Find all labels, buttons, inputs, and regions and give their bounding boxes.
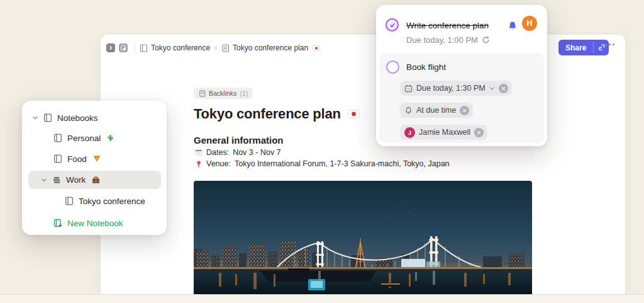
pizza-icon [93, 155, 101, 163]
page-title[interactable]: Tokyo conference plan [194, 106, 360, 122]
section-heading[interactable]: General information [194, 135, 284, 146]
dates-value: Nov 3 - Nov 7 [233, 148, 280, 157]
remove-reminder-button[interactable] [460, 106, 469, 115]
sidebar-item-tokyo-conference[interactable]: Tokyo conference [22, 193, 167, 209]
cactus-icon [107, 134, 114, 142]
notebook-stack-icon [52, 176, 61, 185]
task-chips: Due today, 1:30 PM At due time [400, 81, 512, 140]
share-button[interactable]: Share [558, 40, 593, 55]
chevron-down-icon[interactable] [32, 115, 38, 121]
panels-icon [121, 45, 126, 50]
notebook-icon [43, 113, 52, 122]
toolbar-divider [135, 42, 135, 54]
chevron-down-icon[interactable] [41, 177, 47, 183]
personal-label: Personal [67, 134, 101, 143]
breadcrumb: Tokyo conference › Tokyo conference plan [140, 42, 320, 54]
tokyo-bridge-photo[interactable] [194, 181, 532, 294]
pushpin-emoji-icon [195, 160, 203, 168]
due-date-chip[interactable]: Due today, 1:30 PM [400, 81, 512, 96]
notebooks-panel: Notebooks Personal Food [22, 101, 167, 235]
reminder-chip[interactable]: At due time [400, 103, 473, 118]
sidebar-item-notebooks[interactable]: Notebooks [22, 110, 167, 126]
calendar-emoji-icon [195, 149, 203, 156]
reminder-chip-label: At due time [416, 106, 456, 115]
reminder-bell-icon[interactable] [508, 21, 517, 30]
bell-outline-icon [404, 106, 413, 115]
venue-label: Venue: [206, 159, 231, 168]
breadcrumb-notebook[interactable]: Tokyo conference [140, 43, 210, 52]
panels-toggle-button[interactable] [119, 43, 128, 52]
page-title-text: Tokyo conference plan [194, 106, 341, 122]
japan-flag-icon [313, 45, 320, 51]
assignee-chip-label: Jamie Maxwell [419, 128, 470, 137]
calendar-icon [404, 84, 413, 93]
assignee-avatar[interactable]: H [522, 16, 537, 31]
new-notebook-button[interactable]: New Notebook [22, 215, 167, 231]
link-icon [597, 43, 606, 52]
completed-task-due-text: Due today, 1:00 PM [406, 35, 478, 45]
repeat-icon [482, 36, 490, 44]
more-options-button[interactable] [605, 43, 614, 45]
remove-due-date-button[interactable] [499, 84, 508, 93]
chevron-down-icon[interactable] [489, 86, 495, 91]
notebook-icon [140, 44, 148, 52]
active-task-section: Book flight Due today, 1:30 PM [379, 53, 544, 143]
task-completed-checkbox[interactable] [386, 18, 399, 31]
venue-line[interactable]: Venue: Tokyo International Forum, 1-7-3 … [194, 159, 450, 168]
notebook-icon [65, 197, 74, 205]
tokyo-conference-label: Tokyo conference [79, 197, 145, 206]
task-checkbox[interactable] [386, 60, 399, 74]
assignee-chip[interactable]: J Jamie Maxwell [400, 125, 487, 140]
breadcrumb-level2-label: Tokyo conference plan [233, 43, 308, 52]
backlinks-label: Backlinks [209, 89, 236, 97]
japan-flag-icon [348, 110, 360, 118]
app-page: Tokyo conference › Tokyo conference plan… [0, 0, 644, 303]
sidebar-item-food[interactable]: Food [22, 151, 167, 167]
bottom-bar [0, 294, 644, 303]
sidebar-item-work[interactable]: Work [28, 171, 161, 189]
share-button-group: Share [558, 40, 609, 55]
copy-link-button[interactable] [594, 40, 609, 55]
food-label: Food [67, 154, 87, 164]
breadcrumb-page[interactable]: Tokyo conference plan [221, 43, 320, 52]
active-task-title[interactable]: Book flight [406, 62, 446, 72]
sidebar-toggle-button[interactable] [106, 43, 115, 52]
completed-task-due[interactable]: Due today, 1:00 PM [406, 35, 490, 45]
new-notebook-label: New Notebook [67, 219, 123, 228]
venue-value: Tokyo International Forum, 1-7-3 Sakura-… [235, 159, 450, 168]
breadcrumb-separator: › [214, 43, 217, 52]
backlink-page-icon [199, 90, 206, 97]
dates-line[interactable]: Dates: Nov 3 - Nov 7 [194, 148, 281, 157]
work-label: Work [66, 175, 86, 185]
notebook-icon [53, 134, 62, 142]
completed-task-title[interactable]: Write conference plan [406, 21, 489, 30]
remove-assignee-button[interactable] [474, 128, 484, 137]
sidebar-item-personal[interactable]: Personal [22, 130, 167, 146]
breadcrumb-level1-label: Tokyo conference [151, 43, 210, 52]
task-popup: Write conference plan H Due today, 1:00 … [376, 5, 547, 146]
briefcase-icon [92, 176, 100, 184]
due-date-chip-label: Due today, 1:30 PM [416, 84, 486, 93]
notebooks-header-label: Notebooks [57, 113, 98, 123]
notebook-icon [53, 154, 62, 163]
assignee-avatar: J [404, 127, 415, 138]
dates-label: Dates: [206, 148, 229, 157]
page-icon [221, 44, 230, 52]
new-notebook-icon [53, 219, 62, 227]
chevron-right-icon [108, 45, 113, 50]
share-button-label: Share [565, 43, 586, 52]
backlinks-pill[interactable]: Backlinks (1) [194, 88, 253, 99]
backlinks-count: (1) [240, 89, 248, 97]
